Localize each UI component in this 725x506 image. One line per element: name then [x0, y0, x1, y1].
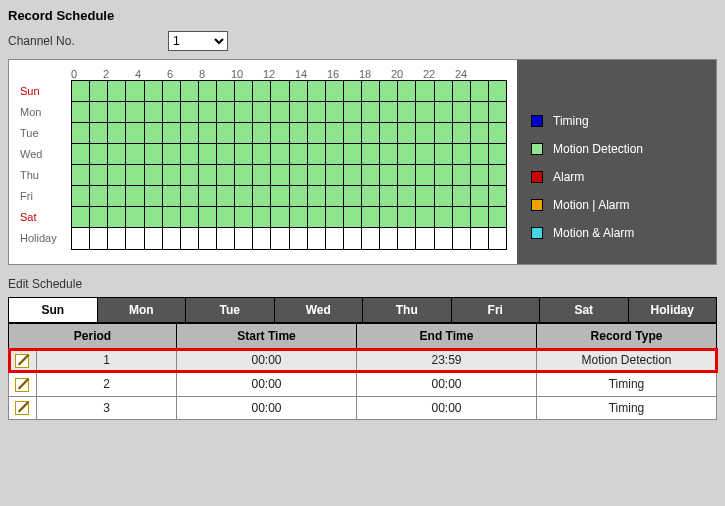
grid-cell[interactable] — [380, 186, 398, 206]
grid-cell[interactable] — [217, 102, 235, 122]
grid-cell[interactable] — [435, 144, 453, 164]
grid-cell[interactable] — [398, 81, 416, 101]
grid-cell[interactable] — [326, 102, 344, 122]
grid-cell[interactable] — [253, 165, 271, 185]
grid-cell[interactable] — [326, 207, 344, 227]
tab-thu[interactable]: Thu — [363, 298, 452, 323]
grid-cell[interactable] — [398, 165, 416, 185]
grid-cell[interactable] — [416, 123, 434, 143]
period-row[interactable]: 200:0000:00Timing — [9, 372, 717, 396]
grid-cell[interactable] — [380, 165, 398, 185]
grid-cell[interactable] — [471, 165, 489, 185]
grid-cell[interactable] — [108, 186, 126, 206]
grid-cell[interactable] — [253, 81, 271, 101]
grid-cell[interactable] — [471, 207, 489, 227]
grid-cell[interactable] — [489, 102, 506, 122]
tab-sat[interactable]: Sat — [540, 298, 629, 323]
grid-cell[interactable] — [72, 102, 90, 122]
grid-cell[interactable] — [145, 207, 163, 227]
grid-cell[interactable] — [489, 123, 506, 143]
grid-cell[interactable] — [199, 123, 217, 143]
grid-row-thu[interactable] — [72, 165, 506, 186]
grid-cell[interactable] — [380, 144, 398, 164]
grid-cell[interactable] — [181, 228, 199, 249]
grid-cell[interactable] — [72, 81, 90, 101]
grid-cell[interactable] — [108, 81, 126, 101]
grid-cell[interactable] — [72, 228, 90, 249]
grid-cell[interactable] — [290, 228, 308, 249]
grid-cell[interactable] — [126, 207, 144, 227]
grid-cell[interactable] — [326, 81, 344, 101]
tab-mon[interactable]: Mon — [97, 298, 186, 323]
grid-cell[interactable] — [489, 165, 506, 185]
grid-cell[interactable] — [344, 207, 362, 227]
grid-cell[interactable] — [435, 186, 453, 206]
grid-cell[interactable] — [108, 228, 126, 249]
grid-cell[interactable] — [453, 207, 471, 227]
grid-cell[interactable] — [145, 186, 163, 206]
grid-cell[interactable] — [253, 207, 271, 227]
grid-cell[interactable] — [181, 165, 199, 185]
grid-cell[interactable] — [145, 228, 163, 249]
grid-cell[interactable] — [308, 228, 326, 249]
grid-cell[interactable] — [90, 228, 108, 249]
pencil-icon[interactable] — [15, 378, 29, 392]
grid-cell[interactable] — [90, 102, 108, 122]
grid-cell[interactable] — [217, 228, 235, 249]
grid-cell[interactable] — [90, 186, 108, 206]
tab-sun[interactable]: Sun — [9, 298, 98, 323]
grid-cell[interactable] — [326, 186, 344, 206]
grid-cell[interactable] — [72, 165, 90, 185]
grid-cell[interactable] — [126, 102, 144, 122]
grid-cell[interactable] — [362, 228, 380, 249]
grid-cell[interactable] — [199, 102, 217, 122]
grid-cell[interactable] — [453, 144, 471, 164]
grid-cell[interactable] — [416, 228, 434, 249]
grid-cell[interactable] — [163, 186, 181, 206]
grid-cell[interactable] — [398, 123, 416, 143]
grid-cell[interactable] — [308, 207, 326, 227]
grid-cell[interactable] — [145, 144, 163, 164]
grid-cell[interactable] — [235, 102, 253, 122]
grid-cell[interactable] — [308, 144, 326, 164]
grid-cell[interactable] — [290, 207, 308, 227]
grid-cell[interactable] — [126, 81, 144, 101]
grid-cell[interactable] — [163, 81, 181, 101]
grid-cell[interactable] — [72, 144, 90, 164]
grid-cell[interactable] — [163, 228, 181, 249]
grid-cell[interactable] — [453, 123, 471, 143]
grid-cell[interactable] — [126, 186, 144, 206]
grid-cell[interactable] — [471, 144, 489, 164]
grid-cell[interactable] — [435, 165, 453, 185]
grid-cell[interactable] — [471, 102, 489, 122]
grid-cell[interactable] — [199, 144, 217, 164]
grid-cell[interactable] — [181, 144, 199, 164]
grid-cell[interactable] — [235, 144, 253, 164]
grid-cell[interactable] — [199, 165, 217, 185]
grid-cell[interactable] — [290, 81, 308, 101]
grid-cell[interactable] — [271, 102, 289, 122]
grid-cell[interactable] — [181, 186, 199, 206]
grid-row-holiday[interactable] — [72, 228, 506, 249]
grid-cell[interactable] — [90, 207, 108, 227]
grid-cell[interactable] — [398, 207, 416, 227]
grid-cell[interactable] — [108, 207, 126, 227]
grid-cell[interactable] — [199, 207, 217, 227]
grid-cell[interactable] — [271, 165, 289, 185]
grid-cell[interactable] — [380, 123, 398, 143]
grid-cell[interactable] — [344, 186, 362, 206]
grid-cell[interactable] — [380, 81, 398, 101]
grid-cell[interactable] — [235, 81, 253, 101]
grid-cell[interactable] — [217, 207, 235, 227]
grid-cell[interactable] — [145, 165, 163, 185]
grid-cell[interactable] — [326, 144, 344, 164]
grid-cell[interactable] — [416, 186, 434, 206]
grid-cell[interactable] — [235, 228, 253, 249]
grid-cell[interactable] — [217, 123, 235, 143]
tab-tue[interactable]: Tue — [186, 298, 275, 323]
grid-cell[interactable] — [453, 81, 471, 101]
grid-cell[interactable] — [271, 207, 289, 227]
grid-cell[interactable] — [435, 81, 453, 101]
grid-cell[interactable] — [126, 228, 144, 249]
grid-cell[interactable] — [344, 228, 362, 249]
